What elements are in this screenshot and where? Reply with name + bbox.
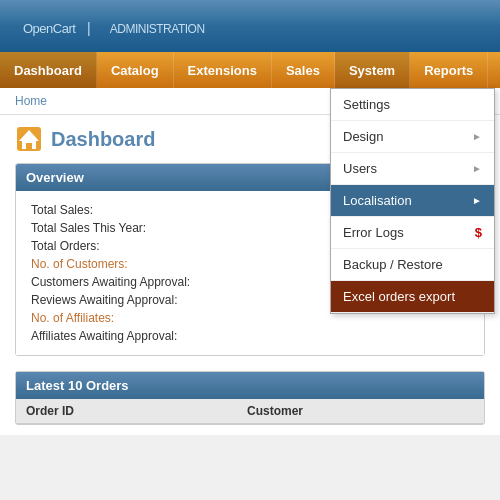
orders-table: Order ID Customer	[16, 399, 484, 424]
orders-panel: Latest 10 Orders Order ID Customer	[15, 371, 485, 425]
dropdown-backup-restore[interactable]: Backup / Restore	[331, 249, 494, 281]
logo-text: OpenCart	[23, 21, 75, 36]
nav-system[interactable]: System	[335, 52, 410, 88]
nav-help[interactable]: H	[488, 52, 500, 88]
col-customer: Customer	[237, 399, 484, 424]
dropdown-settings[interactable]: Settings	[331, 89, 494, 121]
logo-separator: |	[87, 20, 90, 36]
nav-extensions[interactable]: Extensions	[174, 52, 272, 88]
chevron-right-icon: ►	[472, 163, 482, 174]
system-dropdown: Settings Design ► Users ► Localisation ►…	[330, 88, 495, 314]
dropdown-design[interactable]: Design ►	[331, 121, 494, 153]
chevron-right-icon: ►	[472, 131, 482, 142]
overview-affiliates-approval: Affiliates Awaiting Approval:	[31, 327, 469, 345]
error-count-badge: $	[475, 225, 482, 240]
orders-heading: Latest 10 Orders	[16, 372, 484, 399]
header-logo: OpenCart | ADMINISTRATION	[15, 13, 205, 39]
dropdown-excel-export[interactable]: Excel orders export	[331, 281, 494, 313]
nav-reports[interactable]: Reports	[410, 52, 488, 88]
breadcrumb-home[interactable]: Home	[15, 94, 47, 108]
page-title: Dashboard	[51, 128, 155, 151]
dropdown-error-logs[interactable]: Error Logs $	[331, 217, 494, 249]
logo-subtitle: ADMINISTRATION	[110, 22, 205, 36]
col-order-id: Order ID	[16, 399, 237, 424]
chevron-right-icon: ►	[472, 195, 482, 206]
dropdown-localisation[interactable]: Localisation ►	[331, 185, 494, 217]
nav-dashboard[interactable]: Dashboard	[0, 52, 97, 88]
home-icon	[15, 125, 43, 153]
nav-sales[interactable]: Sales	[272, 52, 335, 88]
header: OpenCart | ADMINISTRATION	[0, 0, 500, 52]
navbar: Dashboard Catalog Extensions Sales Syste…	[0, 52, 500, 88]
dropdown-users[interactable]: Users ►	[331, 153, 494, 185]
nav-catalog[interactable]: Catalog	[97, 52, 174, 88]
